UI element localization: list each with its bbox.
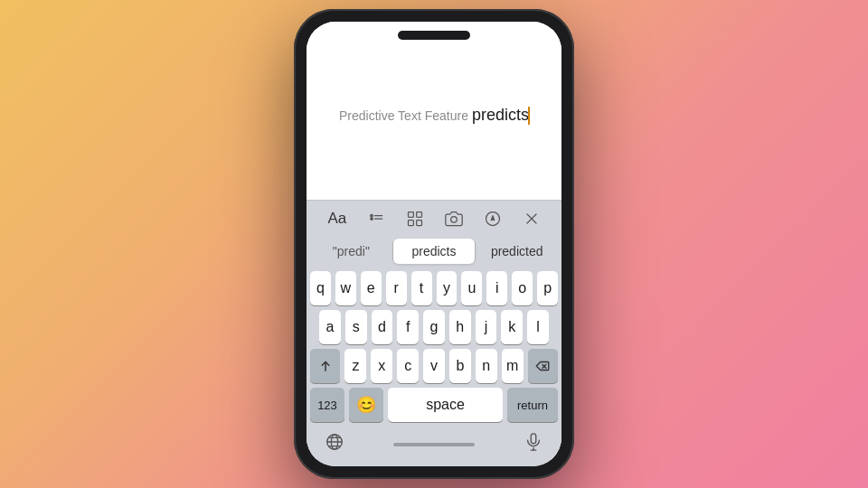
text-cursor xyxy=(528,107,530,125)
keyboard: q w e r t y u i o p a s xyxy=(307,267,561,422)
key-t[interactable]: t xyxy=(411,271,432,305)
key-l[interactable]: l xyxy=(527,310,549,344)
svg-rect-7 xyxy=(417,221,422,226)
key-r[interactable]: r xyxy=(386,271,407,305)
camera-icon xyxy=(445,210,463,228)
microphone-icon xyxy=(524,432,543,452)
format-list-icon xyxy=(367,210,385,228)
key-row-2: a s d f g h j k l xyxy=(310,310,558,344)
grid-button[interactable] xyxy=(401,208,429,230)
typed-text: predicts xyxy=(472,106,529,125)
key-o[interactable]: o xyxy=(512,271,533,305)
key-b[interactable]: b xyxy=(449,349,471,383)
key-m[interactable]: m xyxy=(502,349,524,383)
svg-rect-4 xyxy=(408,212,413,218)
camera-button[interactable] xyxy=(439,208,468,230)
key-u[interactable]: u xyxy=(461,271,482,305)
delete-key[interactable] xyxy=(528,349,558,383)
pred-item-predi[interactable]: "predi" xyxy=(310,239,392,264)
close-button[interactable] xyxy=(517,208,546,230)
key-row-1: q w e r t y u i o p xyxy=(310,271,558,305)
key-z[interactable]: z xyxy=(344,349,366,383)
svg-point-8 xyxy=(450,217,457,223)
key-n[interactable]: n xyxy=(476,349,497,383)
key-k[interactable]: k xyxy=(501,310,523,344)
emoji-icon: 😊 xyxy=(356,395,376,415)
dynamic-island xyxy=(398,31,470,40)
aa-button[interactable]: Aa xyxy=(322,208,352,230)
key-d[interactable]: d xyxy=(372,310,393,344)
key-c[interactable]: c xyxy=(397,349,419,383)
key-a[interactable]: a xyxy=(319,310,341,344)
phone-wrapper: Predictive Text Feature predicts Aa xyxy=(294,9,574,479)
svg-rect-5 xyxy=(417,212,422,218)
toolbar: Aa xyxy=(307,200,561,235)
microphone-button[interactable] xyxy=(524,432,543,455)
key-x[interactable]: x xyxy=(371,349,392,383)
key-f[interactable]: f xyxy=(397,310,419,344)
pred-item-predicts[interactable]: predicts xyxy=(393,239,476,264)
pred-text-2: predicted xyxy=(491,244,543,258)
globe-icon xyxy=(325,432,344,452)
text-area: Predictive Text Feature predicts xyxy=(307,22,561,200)
text-content: Predictive Text Feature predicts xyxy=(339,106,529,125)
key-e[interactable]: e xyxy=(361,271,382,305)
predictive-bar: "predi" predicts predicted xyxy=(307,235,561,267)
format-list-button[interactable] xyxy=(362,208,391,230)
key-w[interactable]: w xyxy=(335,271,356,305)
globe-button[interactable] xyxy=(325,432,344,455)
text-label: Predictive Text Feature xyxy=(339,108,468,123)
space-label: space xyxy=(426,397,465,413)
phone-frame: Predictive Text Feature predicts Aa xyxy=(294,9,574,479)
grid-icon xyxy=(406,210,424,228)
key-s[interactable]: s xyxy=(345,310,367,344)
key-g[interactable]: g xyxy=(423,310,445,344)
svg-point-0 xyxy=(371,214,373,217)
compass-button[interactable] xyxy=(478,208,507,230)
pred-item-predicted[interactable]: predicted xyxy=(476,239,558,264)
shift-key[interactable] xyxy=(310,349,340,383)
key-row-4: 123 😊 space return xyxy=(310,388,558,422)
return-key[interactable]: return xyxy=(507,388,558,422)
shift-icon xyxy=(317,358,334,374)
delete-icon xyxy=(534,360,551,372)
svg-marker-10 xyxy=(491,216,494,221)
key-i[interactable]: i xyxy=(486,271,507,305)
key-row-3: z x c v b n m xyxy=(310,349,558,383)
pred-text-1: predicts xyxy=(411,244,456,258)
space-key[interactable]: space xyxy=(388,388,503,422)
svg-rect-21 xyxy=(531,434,536,444)
svg-rect-6 xyxy=(408,221,413,226)
emoji-key[interactable]: 😊 xyxy=(349,388,383,422)
pred-text-0: "predi" xyxy=(333,244,370,258)
svg-point-1 xyxy=(371,218,373,221)
key-q[interactable]: q xyxy=(310,271,331,305)
key-j[interactable]: j xyxy=(476,310,497,344)
num-key[interactable]: 123 xyxy=(310,388,344,422)
compass-icon xyxy=(484,210,502,228)
aa-label: Aa xyxy=(327,210,346,228)
keyboard-container: Aa xyxy=(307,200,561,466)
key-h[interactable]: h xyxy=(449,310,471,344)
phone-screen: Predictive Text Feature predicts Aa xyxy=(307,22,561,466)
home-indicator xyxy=(393,443,475,446)
key-y[interactable]: y xyxy=(437,271,458,305)
num-label: 123 xyxy=(317,399,337,412)
key-p[interactable]: p xyxy=(537,271,558,305)
key-v[interactable]: v xyxy=(423,349,445,383)
return-label: return xyxy=(517,399,548,412)
typed-text-value: predicts xyxy=(472,106,529,124)
close-icon xyxy=(523,210,541,228)
